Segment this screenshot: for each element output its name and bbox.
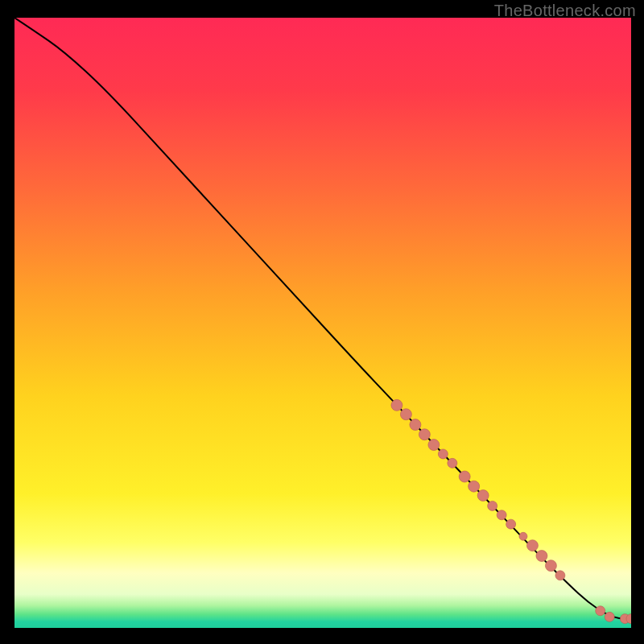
data-marker bbox=[469, 481, 480, 492]
data-marker bbox=[526, 540, 538, 551]
data-marker bbox=[410, 419, 421, 431]
data-marker bbox=[477, 490, 489, 502]
chart-background bbox=[14, 18, 631, 628]
chart-plot bbox=[14, 18, 631, 628]
chart-svg bbox=[14, 18, 631, 628]
data-marker bbox=[519, 532, 527, 540]
data-marker bbox=[536, 551, 547, 562]
watermark-text: TheBottleneck.com bbox=[494, 2, 636, 20]
data-marker bbox=[506, 519, 516, 529]
data-marker bbox=[555, 571, 565, 580]
data-marker bbox=[428, 440, 440, 451]
data-marker bbox=[497, 510, 506, 520]
data-marker bbox=[605, 612, 614, 621]
data-marker bbox=[400, 409, 411, 420]
data-marker bbox=[419, 429, 430, 440]
data-marker bbox=[545, 560, 556, 572]
data-marker bbox=[438, 449, 448, 459]
data-marker bbox=[391, 399, 402, 411]
stage: TheBottleneck.com bbox=[0, 0, 644, 644]
data-marker bbox=[488, 501, 497, 510]
data-marker bbox=[459, 471, 470, 482]
data-marker bbox=[448, 458, 457, 468]
data-marker bbox=[596, 606, 605, 616]
